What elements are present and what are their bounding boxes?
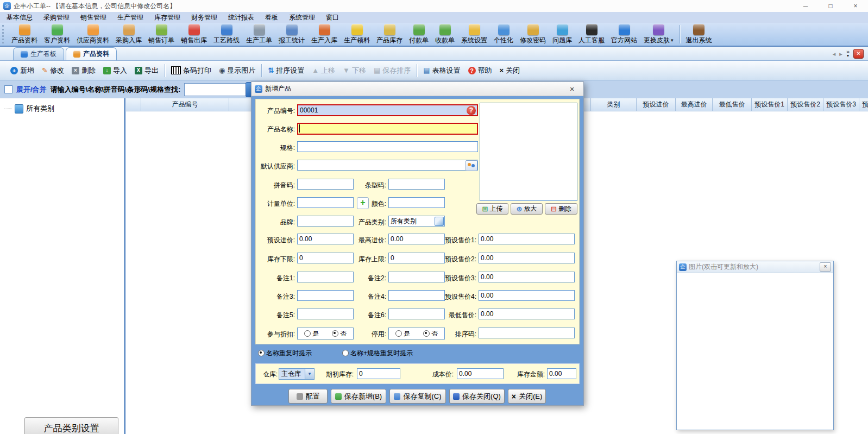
toolbar-button-supplier-icon[interactable]: 供应商资料: [73, 23, 112, 46]
sort-code-input[interactable]: [479, 328, 575, 338]
dialog-close-button[interactable]: × 关闭(E): [508, 389, 546, 404]
toolbar-button-route-sort-icon[interactable]: 工艺路线: [210, 23, 243, 46]
toolbar-button-question-lib-icon[interactable]: 问题库: [549, 23, 575, 46]
spec-input[interactable]: [297, 141, 478, 152]
action-button-3-item[interactable]: ↓导入: [99, 66, 131, 76]
product-image-box[interactable]: [480, 103, 577, 201]
toolbar-button-product-box-icon[interactable]: 产品资料: [8, 23, 41, 46]
menu-item-5[interactable]: 财务管理: [186, 13, 223, 22]
action-button-6-item[interactable]: ◉显示图片: [215, 66, 259, 76]
dup-name-option[interactable]: 名称重复时提示: [258, 349, 312, 358]
toolbar-button-exit-icon[interactable]: 退出系统: [683, 23, 715, 46]
tab-dashboard[interactable]: 生产看板: [13, 47, 64, 60]
dup-name-spec-option[interactable]: 名称+规格重复时提示: [342, 349, 413, 358]
tree-item-all-categories[interactable]: 所有类别: [4, 104, 124, 114]
menu-item-0[interactable]: 基本信息: [1, 13, 38, 22]
save-and-copy-button[interactable]: 保存复制(C): [389, 389, 446, 404]
dup-name-radio[interactable]: [258, 350, 265, 356]
image-preview-panel[interactable]: 企 图片(双击可更新和放大) ×: [676, 261, 834, 430]
toolbar-button-personalize-icon[interactable]: 个性化: [490, 23, 517, 46]
tab-list-icon[interactable]: »▾: [846, 49, 850, 58]
grid-column-header-6[interactable]: 最低售价: [713, 98, 752, 111]
close-icon[interactable]: ×: [843, 0, 868, 12]
initial-stock-input[interactable]: [357, 368, 400, 379]
toolbar-button-skin-icon[interactable]: 更换皮肤▾: [640, 23, 677, 46]
save-and-new-button[interactable]: 保存新增(B): [331, 389, 386, 404]
menu-item-2[interactable]: 销售管理: [75, 13, 112, 22]
action-button-11-item[interactable]: ▤表格设置: [419, 66, 464, 76]
action-button-12-item[interactable]: ?帮助: [464, 66, 496, 76]
menu-item-9[interactable]: 窗口: [320, 13, 344, 22]
color-input[interactable]: [388, 197, 445, 208]
product-name-input[interactable]: [297, 123, 478, 135]
grid-column-header-0[interactable]: [126, 98, 141, 111]
toolbar-button-website-icon[interactable]: 官方网站: [608, 23, 640, 46]
toolbar-button-report-stats-icon[interactable]: 报工统计: [275, 23, 308, 46]
action-button-13-item[interactable]: ×关闭: [496, 66, 524, 76]
barcode-input[interactable]: [388, 179, 445, 190]
action-button-5-barcode-print[interactable]: 条码打印: [167, 66, 215, 76]
scroll-tabs-right-icon[interactable]: ▸: [839, 51, 842, 58]
tab-product-data[interactable]: 产品资料: [66, 47, 117, 60]
menu-item-8[interactable]: 系统管理: [284, 13, 320, 22]
grid-column-header-7[interactable]: 预设售价1: [752, 98, 788, 111]
toolbar-button-production-in-icon[interactable]: 生产入库: [308, 23, 341, 46]
maximize-icon[interactable]: □: [818, 0, 843, 12]
dialog-titlebar[interactable]: 企 新增产品 ×: [251, 82, 583, 96]
grid-column-header-8[interactable]: 预设售价2: [788, 98, 823, 111]
magnify-image-button[interactable]: ⊕ 放大: [511, 203, 543, 215]
close-tab-button[interactable]: ×: [853, 49, 864, 59]
close-icon[interactable]: ×: [564, 85, 580, 93]
toolbar-button-purchase-in-icon[interactable]: 采购入库: [112, 23, 145, 46]
sell2-input[interactable]: [479, 253, 575, 263]
toolbar-button-receipt-icon[interactable]: 收款单: [432, 23, 458, 46]
warehouse-select[interactable]: 主仓库 ▾: [279, 368, 315, 380]
chevron-down-icon[interactable]: ▾: [305, 369, 314, 379]
min-sell-input[interactable]: [479, 309, 575, 319]
minimize-icon[interactable]: ─: [793, 0, 818, 12]
stock-amount-input[interactable]: [547, 368, 576, 379]
toolbar-button-payment-icon[interactable]: 付款单: [406, 23, 432, 46]
toolbar-button-work-order-icon[interactable]: 生产工单: [243, 23, 275, 46]
code-help-icon[interactable]: ?: [467, 106, 476, 115]
menu-item-6[interactable]: 统计报表: [223, 13, 260, 22]
menu-item-1[interactable]: 采购管理: [38, 13, 75, 22]
toolbar-button-sales-out-icon[interactable]: 销售出库: [178, 23, 210, 46]
default-supplier-input[interactable]: [297, 160, 478, 171]
category-combo[interactable]: 所有类别: [388, 216, 445, 227]
sell3-input[interactable]: [479, 272, 575, 282]
pick-supplier-icon[interactable]: [466, 160, 477, 171]
upload-image-button[interactable]: ⊞ 上传: [476, 203, 508, 215]
menu-item-7[interactable]: 看板: [260, 13, 284, 22]
sell1-input[interactable]: [479, 234, 575, 244]
sell4-input[interactable]: [479, 290, 575, 301]
action-button-4-item[interactable]: X导出: [131, 66, 162, 76]
disabled-yes-radio[interactable]: [395, 330, 402, 337]
action-button-2-item[interactable]: ×删除: [68, 66, 99, 76]
toolbar-button-inventory-icon[interactable]: 产品库存: [373, 23, 406, 46]
close-icon[interactable]: ×: [820, 262, 831, 272]
dup-name-spec-radio[interactable]: [342, 350, 349, 356]
action-button-0-item[interactable]: +新增: [7, 66, 38, 76]
grid-column-header-10[interactable]: 预设售价4: [859, 98, 868, 111]
toolbar-button-settings-icon[interactable]: 系统设置: [458, 23, 490, 46]
cost-price-input[interactable]: [457, 368, 504, 379]
grid-column-header-1[interactable]: 产品编号: [141, 98, 229, 111]
action-button-7-item[interactable]: ⇅排序设置: [264, 66, 308, 76]
toolbar-button-qq-service-icon[interactable]: 人工客服: [575, 23, 608, 46]
grid-column-header-9[interactable]: 预设售价3: [823, 98, 859, 111]
toolbar-button-customer-icon[interactable]: 客户资料: [41, 23, 73, 46]
action-button-1-item[interactable]: ✎修改: [38, 66, 68, 76]
grid-column-header-4[interactable]: 预设进价: [637, 98, 676, 111]
toolbar-button-material-basket-icon[interactable]: 生产领料: [341, 23, 373, 46]
scroll-tabs-left-icon[interactable]: ◂: [833, 51, 836, 58]
menu-item-4[interactable]: 库存管理: [149, 13, 186, 22]
expand-merge-checkbox[interactable]: [4, 85, 12, 93]
expand-merge-link[interactable]: 展开/合并: [16, 85, 47, 95]
save-and-close-button[interactable]: 保存关闭(Q): [449, 389, 505, 404]
toolbar-button-password-key-icon[interactable]: 修改密码: [517, 23, 549, 46]
category-settings-button[interactable]: 产品类别设置: [24, 417, 118, 434]
toolbar-button-sales-order-icon[interactable]: 销售订单: [145, 23, 178, 46]
menu-item-3[interactable]: 生产管理: [112, 13, 149, 22]
configure-button[interactable]: 配置: [288, 389, 328, 404]
